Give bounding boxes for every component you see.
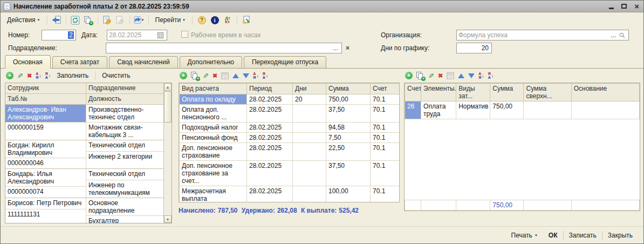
move-down-button[interactable] [243, 73, 249, 78]
unpost-document-button[interactable] [114, 14, 126, 26]
calendar-button[interactable] [156, 30, 165, 40]
column-header-amount[interactable]: Сумма [490, 84, 524, 101]
period-cell[interactable]: 28.02.2025 [247, 105, 293, 123]
employee-position-cell[interactable]: Бухгалтер [86, 215, 164, 223]
amount-cell[interactable]: 37,50 [326, 161, 371, 186]
sort-ascending-button[interactable]: АЯ ↓ [253, 72, 259, 79]
number-input[interactable]: 2 [42, 30, 76, 40]
edit-row-button[interactable]: ✎ [203, 72, 209, 79]
employee-tabno-cell[interactable]: 1111111131 [5, 209, 86, 223]
post-document-button[interactable] [101, 14, 113, 26]
over-amount-cell[interactable] [524, 101, 571, 119]
info-button[interactable]: i [209, 14, 221, 26]
employee-department-cell[interactable]: Технический отдел [86, 140, 164, 151]
cost-kind-cell[interactable]: Норматив [456, 101, 490, 119]
amount-cell[interactable]: 94,58 [326, 123, 371, 133]
calc-type-cell[interactable]: Доп. пенсионное страхование [180, 143, 247, 161]
amount-cell[interactable]: 750,00 [326, 94, 371, 105]
sort-descending-button[interactable]: ЯА ↓ [488, 72, 494, 79]
tab-main[interactable]: Основная [5, 55, 51, 69]
copy-row-button[interactable]: + [191, 72, 199, 80]
employee-tabno-cell[interactable]: 0000000046 [5, 158, 86, 168]
maximize-button[interactable] [621, 4, 627, 9]
move-up-button[interactable] [458, 73, 464, 78]
basis-cell[interactable] [571, 101, 639, 119]
sort-ascending-button[interactable]: АЯ ↓ [36, 72, 42, 79]
tab-accrual-summary[interactable]: Свод начислений [109, 56, 177, 68]
print-button[interactable]: Печать ▼ [506, 230, 543, 241]
table-row[interactable]: 26 Оплата труда Норматив 750,00 [405, 101, 640, 119]
days-cell[interactable] [293, 133, 326, 143]
column-header-elements[interactable]: Элементы... [421, 84, 456, 101]
move-up-button[interactable] [232, 73, 239, 78]
create-based-on-button[interactable]: ▼ [133, 14, 145, 26]
employee-name-cell[interactable]: Бондарь: Илья Александрович [5, 169, 86, 186]
employee-position-cell[interactable]: Инженер по телекоммуникациям [86, 180, 164, 198]
account-cell[interactable]: 70.1 [371, 105, 400, 123]
reread-button[interactable] [51, 14, 63, 26]
employee-department-cell[interactable]: Технический отдел [86, 169, 164, 180]
add-row-button[interactable]: + [405, 72, 413, 79]
move-down-button[interactable] [468, 73, 475, 78]
amount-cell[interactable]: 22,50 [326, 143, 371, 161]
days-cell[interactable]: 20 [293, 94, 326, 105]
tab-additional[interactable]: Дополнительно [180, 56, 242, 68]
period-cell[interactable]: 28.02.2025 [247, 161, 293, 186]
account-cell[interactable]: 26 [405, 101, 421, 119]
account-cell[interactable]: 70.1 [371, 186, 400, 203]
employee-tabno-cell[interactable]: 0000000074 [5, 186, 86, 198]
minimize-button[interactable] [609, 8, 614, 9]
table-row[interactable]: Подоходный налог 28.02.2025 94,58 70.1 [180, 123, 400, 133]
period-cell[interactable]: 28.02.2025 [247, 94, 293, 105]
fill-button[interactable]: Заполнить [54, 71, 91, 80]
save-button[interactable]: Записать [564, 230, 602, 241]
table-row[interactable]: Оплата доп. пенсионного ... 28.02.2025 3… [180, 105, 400, 123]
amount-cell[interactable]: 100,00 [326, 186, 371, 203]
end-edit-button[interactable]: ок [221, 72, 229, 79]
column-header-cost-kinds[interactable]: Виды зат... [456, 84, 490, 101]
column-header-amount[interactable]: Сумма [326, 84, 371, 94]
calc-type-cell[interactable]: Доп. пенсионное страхование за счет... [180, 161, 247, 186]
help-button[interactable]: ? [196, 14, 208, 26]
ok-button[interactable]: ОК [543, 230, 563, 241]
column-header-employee[interactable]: Сотрудник [5, 83, 86, 94]
edit-row-button[interactable]: ✎ [428, 72, 434, 79]
close-button[interactable]: × [634, 2, 639, 10]
account-cell[interactable]: 70.1 [371, 161, 400, 186]
column-header-basis[interactable]: Основание [571, 84, 639, 101]
employee-name-cell[interactable]: Борисов: Петр Петрович [5, 198, 86, 209]
calc-type-cell[interactable]: Оплата доп. пенсионного ... [180, 105, 247, 123]
refresh-button[interactable] [70, 14, 81, 26]
edit-row-button[interactable]: ✎ [17, 72, 23, 79]
scroll-down-button[interactable]: ▼ [164, 215, 172, 223]
employee-position-cell[interactable]: Монтажник связи-кабельщик 3 ... [86, 122, 164, 140]
delete-row-button[interactable]: ✖ [27, 72, 32, 79]
amount-cell[interactable]: 37,50 [326, 105, 371, 123]
date-input[interactable]: 28.02.2025 [107, 30, 167, 40]
schedule-days-input[interactable]: 20 [456, 43, 492, 53]
employee-position-cell[interactable]: Инженер 2 категории [86, 151, 164, 168]
vertical-scrollbar[interactable]: ▲ ▼ [163, 83, 172, 223]
copy-row-button[interactable]: + [416, 72, 424, 80]
tab-carryover-vacations[interactable]: Переходящие отпуска [244, 56, 326, 68]
close-form-button[interactable]: Закрыть [602, 230, 638, 241]
account-cell[interactable]: 70.1 [371, 94, 400, 105]
actions-menu-button[interactable]: Действия ▼ [4, 15, 44, 25]
department-select-button[interactable]: ... [331, 43, 340, 53]
days-cell[interactable] [293, 161, 326, 186]
delete-row-button[interactable]: ✖ [438, 72, 443, 79]
clear-button[interactable]: Очистить [100, 71, 132, 80]
work-hours-checkbox[interactable] [181, 31, 188, 38]
table-row[interactable]: Бондарь: Илья Александрович 0000000074 Т… [5, 169, 172, 198]
employee-tabno-cell[interactable]: 0000000159 [5, 122, 86, 140]
column-header-account[interactable]: Счет [371, 84, 400, 94]
account-cell[interactable]: 70.1 [371, 143, 400, 161]
column-header-tab-no[interactable]: Таб.№ [5, 94, 86, 105]
period-cell[interactable]: 28.02.2025 [247, 123, 293, 133]
scroll-up-button[interactable]: ▲ [164, 83, 172, 91]
department-input[interactable]: ... [106, 43, 342, 53]
element-cell[interactable]: Оплата труда [421, 101, 456, 119]
account-cell[interactable]: 70.1 [371, 123, 400, 133]
table-row[interactable]: Доп. пенсионное страхование 28.02.2025 2… [180, 143, 400, 161]
days-cell[interactable] [293, 186, 326, 203]
